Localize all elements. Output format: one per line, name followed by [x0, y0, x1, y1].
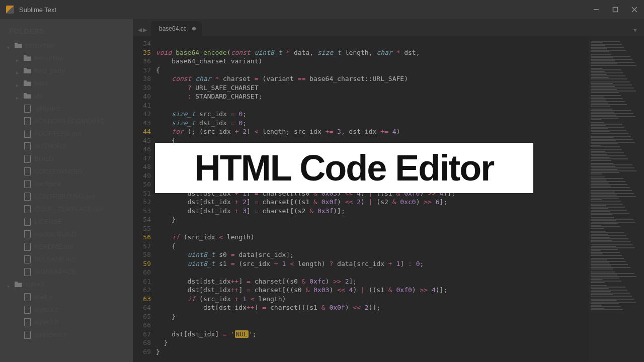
line-number: 42	[133, 110, 151, 119]
folder-node-tensorflow[interactable]: tensorflow	[0, 39, 133, 52]
folder-icon	[23, 80, 31, 87]
file-node-release-md[interactable]: RELEASE.md	[0, 253, 133, 265]
file-node-build[interactable]: BUILD	[0, 152, 133, 165]
file-node-shell-c[interactable]: shell.c	[0, 291, 133, 303]
disclosure-arrow-icon[interactable]	[16, 56, 21, 61]
folder-node-sqlite3[interactable]: sqlite3	[0, 278, 133, 291]
code-line[interactable]	[156, 268, 589, 277]
code-line[interactable]: if (src_idx + 1 < length)	[156, 295, 589, 304]
code-line[interactable]: dst[dst_idx++] = charset[(s0 & 0xfc) >> …	[156, 277, 589, 286]
file-icon	[23, 294, 31, 301]
overlay-text: HTML Code Editor	[195, 147, 494, 189]
code-line[interactable]: void base64_encode(const uint8_t * data,…	[156, 48, 589, 57]
code-line[interactable]: dst[dst_idx + 2] = charset[((s1 & 0x0f) …	[156, 198, 589, 207]
code-line[interactable]: uint8_t s1 = (src_idx + 1 < length) ? da…	[156, 259, 589, 268]
file-node--gitignore[interactable]: .gitignore	[0, 102, 133, 115]
file-node-adopters-md[interactable]: ADOPTERS.md	[0, 127, 133, 140]
file-node-acknowledgments[interactable]: ACKNOWLEDGMENTS	[0, 115, 133, 127]
code-line[interactable]	[156, 101, 589, 110]
folder-node-third-party[interactable]: third_party	[0, 64, 133, 77]
line-number: 44	[133, 127, 151, 136]
file-icon	[23, 319, 31, 326]
code-line[interactable]	[156, 39, 589, 48]
code-line[interactable]	[156, 224, 589, 233]
code-area[interactable]: 3435363738394041424344454647484950515253…	[133, 36, 644, 362]
file-node-models-build[interactable]: models.BUILD	[0, 228, 133, 240]
disclosure-arrow-icon[interactable]	[16, 94, 21, 99]
file-node-configure[interactable]: configure	[0, 177, 133, 190]
line-number: 49	[133, 171, 151, 180]
file-node-sqlite3ext-h[interactable]: sqlite3ext.h	[0, 328, 133, 341]
tree-item-label: CONTRIBUTING.md	[34, 193, 95, 200]
code-line[interactable]: }	[156, 312, 589, 321]
folder-tree[interactable]: tensorflowtensorflowthird_partytoolsutil…	[0, 39, 133, 341]
line-number: 64	[133, 303, 151, 312]
line-number: 38	[133, 74, 151, 83]
folder-sidebar[interactable]: FOLDERS tensorflowtensorflowthird_partyt…	[0, 19, 133, 362]
folder-node-tensorflow[interactable]: tensorflow	[0, 52, 133, 64]
code-line[interactable]: : STANDARD_CHARSET;	[156, 92, 589, 101]
code-line[interactable]: ? URL_SAFE_CHARSET	[156, 83, 589, 93]
line-number: 55	[133, 224, 151, 233]
disclosure-arrow-icon[interactable]	[16, 68, 21, 73]
tree-item-label: tools	[34, 79, 48, 87]
disclosure-arrow-icon[interactable]	[16, 81, 21, 86]
tree-item-label: configure	[34, 180, 61, 188]
tree-item-label: AUTHORS	[34, 142, 66, 150]
code-line[interactable]: dst[dst_idx + 3] = charset[(s2 & 0x3f)];	[156, 207, 589, 216]
disclosure-arrow-icon[interactable]	[7, 282, 12, 287]
tab-active[interactable]: base64.cc	[151, 21, 202, 36]
code-line[interactable]: size_t src_idx = 0;	[156, 110, 589, 119]
code-line[interactable]	[156, 321, 589, 330]
folder-node-tools[interactable]: tools	[0, 77, 133, 89]
tab-overflow-icon[interactable]: ▼	[626, 27, 644, 36]
close-button[interactable]	[631, 6, 638, 13]
file-icon	[23, 331, 31, 338]
code-line[interactable]: if (src_idx < length)	[156, 233, 589, 242]
minimap[interactable]	[589, 36, 644, 362]
disclosure-arrow-icon[interactable]	[7, 43, 12, 48]
folder-node-util[interactable]: util	[0, 89, 133, 102]
tab-bar[interactable]: ◀ ▶ base64.cc ▼	[133, 19, 644, 36]
file-icon	[23, 243, 31, 250]
file-icon	[23, 143, 31, 150]
line-number: 56	[133, 233, 151, 242]
code-line[interactable]: dst[dst_idx] = 'NUL';	[156, 330, 589, 339]
title-bar: Sublime Text	[0, 0, 644, 19]
file-icon	[23, 268, 31, 276]
line-number: 41	[133, 101, 151, 110]
code-line[interactable]: const char * charset = (variant == base6…	[156, 74, 589, 83]
file-node-issue-template-md[interactable]: ISSUE_TEMPLATE.md	[0, 203, 133, 215]
code-line[interactable]: for (; (src_idx + 2) < length; src_idx +…	[156, 127, 589, 136]
code-line[interactable]: }	[156, 215, 589, 224]
line-number: 39	[133, 83, 151, 93]
file-node-license[interactable]: LICENSE	[0, 215, 133, 228]
code-line[interactable]: }	[156, 338, 589, 347]
file-node-contributing-md[interactable]: CONTRIBUTING.md	[0, 190, 133, 203]
maximize-button[interactable]	[612, 6, 619, 13]
tree-item-label: shell.c	[34, 293, 53, 301]
code-line[interactable]: base64_charset variant)	[156, 57, 589, 66]
code-content[interactable]: void base64_encode(const uint8_t * data,…	[156, 36, 589, 362]
tree-item-label: sqlite3ext.h	[34, 331, 67, 338]
code-line[interactable]: dst[dst_idx++] = charset[((s1 & 0x0f) <<…	[156, 303, 589, 312]
code-line[interactable]: dst[dst_idx++] = charset[((s0 & 0x03) <<…	[156, 286, 589, 295]
code-line[interactable]: {	[156, 242, 589, 251]
file-node-codeowners[interactable]: CODEOWNERS	[0, 165, 133, 177]
code-line[interactable]: {	[156, 66, 589, 75]
file-node-authors[interactable]: AUTHORS	[0, 140, 133, 152]
minimize-button[interactable]	[593, 6, 600, 13]
tab-history-back-icon[interactable]: ◀	[138, 27, 142, 33]
line-number: 48	[133, 162, 151, 171]
code-line[interactable]: }	[156, 347, 589, 356]
line-number: 57	[133, 242, 151, 251]
code-line[interactable]: size_t dst_idx = 0;	[156, 119, 589, 128]
file-node-sqlite3-h[interactable]: sqlite3.h	[0, 316, 133, 328]
file-node-readme-md[interactable]: README.md	[0, 240, 133, 253]
code-line[interactable]: uint8_t s0 = data[src_idx];	[156, 250, 589, 259]
line-number: 34	[133, 39, 151, 48]
tree-item-label: models.BUILD	[34, 230, 76, 238]
file-node-workspace[interactable]: WORKSPACE	[0, 265, 133, 278]
tab-history-forward-icon[interactable]: ▶	[143, 27, 147, 33]
file-node-sqlite3-c[interactable]: sqlite3.c	[0, 303, 133, 316]
